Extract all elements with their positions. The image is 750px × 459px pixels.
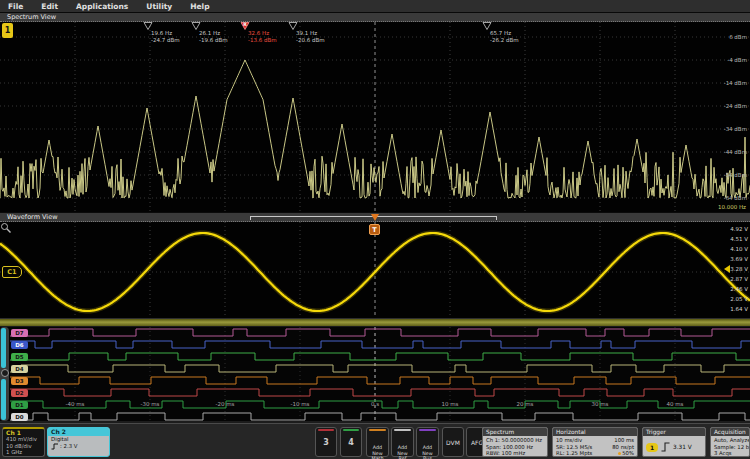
- view-separator-bar[interactable]: [0, 318, 750, 327]
- menu-edit[interactable]: Edit: [32, 2, 67, 11]
- digital-group-handle[interactable]: [1, 369, 9, 377]
- waveform-y-axis-label: 3.28 V: [714, 266, 748, 272]
- add-new-ref-label: Add New Ref: [397, 445, 407, 459]
- spectrum-marker-1[interactable]: [191, 22, 201, 30]
- spectrum-view-titlebar: Spectrum View: [0, 13, 750, 22]
- trigger-position-icon[interactable]: [371, 214, 379, 221]
- digital-channel-badge-d5[interactable]: D5: [11, 353, 28, 361]
- digital-channel-badge-d3[interactable]: D3: [11, 377, 28, 385]
- digital-group-bar-top: [1, 328, 6, 368]
- oscilloscope-screen: File Edit Applications Utility Help Spec…: [0, 0, 750, 459]
- waveform-y-axis-label: 2.87 V: [714, 276, 748, 282]
- digital-channel-badge-d2[interactable]: D2: [11, 389, 28, 397]
- ch1-bandwidth: 1 GHz: [6, 449, 41, 456]
- dvm-button[interactable]: DVM: [442, 427, 464, 457]
- spectrum-y-axis-label: -34 dBm: [705, 126, 747, 132]
- spectrum-plot[interactable]: 1 10.000 Hz 19.6 Hz -24.7 dBm26.1 Hz -19…: [0, 22, 750, 212]
- digital-channel-badge-d1[interactable]: D1: [11, 401, 28, 409]
- ch4-button[interactable]: 4: [340, 427, 362, 457]
- digital-channel-badge-d0[interactable]: D0: [11, 413, 28, 421]
- horizontal-position: 50%: [622, 450, 634, 456]
- waveform-trace-canvas: [0, 222, 750, 318]
- ch4-button-label: 4: [348, 438, 354, 447]
- waveform-y-axis-label: 2.05 V: [714, 296, 748, 302]
- horizontal-sample-rate: SR: 12.5 MS/s: [556, 444, 592, 451]
- spectrum-marker-0[interactable]: [143, 22, 153, 30]
- trigger-settings-panel[interactable]: Trigger 1 3.31 V: [642, 427, 706, 457]
- ch2-threshold-row: : 2.3 V: [48, 443, 109, 450]
- spectrum-view-title: Spectrum View: [0, 13, 750, 22]
- spectrum-scale-label: 10.000 Hz: [718, 204, 746, 210]
- spectrum-marker-3[interactable]: [288, 22, 298, 30]
- waveform-y-axis-label: 2.46 V: [714, 286, 748, 292]
- bus-color-stripe: [419, 429, 436, 431]
- waveform-plot[interactable]: T C1 4.92 V4.51 V4.10 V3.69 V3.28 V2.87 …: [0, 222, 750, 318]
- menu-help[interactable]: Help: [181, 2, 218, 11]
- horizontal-resolution: 80 ns/pt: [612, 444, 634, 451]
- acquisition-settings-panel[interactable]: Acquisition Auto, Analyze Sample: 12 bit…: [710, 427, 750, 457]
- spectrum-marker-readout: 19.6 Hz -24.7 dBm: [151, 30, 180, 43]
- menu-utility[interactable]: Utility: [137, 2, 181, 11]
- spectrum-channel-badge[interactable]: 1: [2, 23, 13, 38]
- math-color-stripe: [369, 429, 386, 431]
- horizontal-position-icon: [618, 452, 621, 455]
- horizontal-settings-panel[interactable]: Horizontal 10 ms/div 100 ms SR: 12.5 MS/…: [552, 427, 638, 457]
- time-axis-label: -20 ms: [210, 401, 240, 407]
- ch4-color-stripe: [343, 429, 359, 431]
- ch1-scale: 410 mV/div: [6, 436, 41, 443]
- spectrum-marker-readout: 65.7 Hz -26.2 dBm: [490, 30, 519, 43]
- spectrum-panel-title: Spectrum: [483, 428, 547, 436]
- digital-channel-badge-d7[interactable]: D7: [11, 329, 28, 337]
- spectrum-rbw: RBW: 100 mHz: [486, 450, 544, 457]
- spectrum-center-freq: Ch 1: 50.0000000 Hz: [486, 437, 544, 444]
- spectrum-y-axis-label: -54 dBm: [705, 172, 747, 178]
- status-bar: Ch 1 410 mV/div 10 dB/div 1 GHz Ch 2 Dig…: [0, 423, 750, 459]
- menu-applications[interactable]: Applications: [67, 2, 137, 11]
- menu-file[interactable]: File: [0, 2, 32, 11]
- spectrum-marker-4[interactable]: [482, 22, 492, 30]
- time-axis-label: -10 ms: [285, 401, 315, 407]
- waveform-y-axis-label: 3.69 V: [714, 256, 748, 262]
- spectrum-trace-canvas: [0, 22, 750, 212]
- ch1-badge[interactable]: Ch 1 410 mV/div 10 dB/div 1 GHz: [2, 427, 45, 457]
- horizontal-window: 100 ms: [614, 437, 634, 444]
- add-new-ref-button[interactable]: Add New Ref: [391, 427, 414, 457]
- spectrum-y-axis-label: 6 dBm: [705, 34, 747, 40]
- threshold-icon: [51, 443, 59, 450]
- acquisition-count: 3 Acqs: [714, 450, 746, 457]
- channel-c1-badge[interactable]: C1: [2, 266, 22, 278]
- waveform-y-axis-label: 4.92 V: [714, 226, 748, 232]
- acquisition-panel-title: Acquisition: [711, 428, 749, 436]
- add-new-math-button[interactable]: Add New Math: [366, 427, 389, 457]
- spectrum-settings-panel[interactable]: Spectrum Ch 1: 50.0000000 Hz Span: 100.0…: [482, 427, 548, 457]
- add-new-bus-button[interactable]: Add New Bus: [416, 427, 439, 457]
- digital-channel-badge-d4[interactable]: D4: [11, 365, 28, 373]
- horizontal-panel-title: Horizontal: [553, 428, 637, 436]
- spectrum-y-axis-label: -14 dBm: [705, 80, 747, 86]
- waveform-y-axis-label: 4.10 V: [714, 246, 748, 252]
- time-axis-label: 0 s: [360, 401, 390, 407]
- menu-bar: File Edit Applications Utility Help: [0, 0, 750, 13]
- horizontal-scale: 10 ms/div: [556, 437, 582, 444]
- trigger-source-badge: 1: [646, 443, 658, 452]
- horizontal-record-length: RL: 1.25 Mpts: [556, 450, 592, 457]
- horizontal-position-row: 50%: [618, 450, 634, 457]
- digital-plot[interactable]: D7D6D5D4D3D2D1D0-40 ms-30 ms-20 ms-10 ms…: [0, 327, 750, 421]
- spectrum-span: Span: 100.000 Hz: [486, 444, 544, 451]
- spectrum-marker-readout: 32.6 Hz -13.6 dBm: [248, 30, 277, 43]
- time-axis-label: 40 ms: [660, 401, 690, 407]
- acquisition-sample-bits: Sample: 12 bits: [714, 444, 746, 451]
- spectrum-y-axis-label: -24 dBm: [705, 103, 747, 109]
- ch3-button[interactable]: 3: [315, 427, 337, 457]
- spectrum-y-axis-label: -64 dBm: [705, 195, 747, 201]
- waveform-y-axis-label: 1.64 V: [714, 306, 748, 312]
- time-axis-label: -40 ms: [60, 401, 90, 407]
- ref-color-stripe: [394, 429, 411, 431]
- zoom-grabber-icon[interactable]: [0, 222, 12, 234]
- add-new-bus-label: Add New Bus: [422, 445, 432, 459]
- trigger-t-marker[interactable]: T: [369, 224, 380, 235]
- waveform-y-axis-label: 4.51 V: [714, 236, 748, 242]
- ch2-badge[interactable]: Ch 2 Digital : 2.3 V: [47, 427, 110, 457]
- spectrum-y-axis-label: -4 dBm: [705, 57, 747, 63]
- digital-channel-badge-d6[interactable]: D6: [11, 341, 28, 349]
